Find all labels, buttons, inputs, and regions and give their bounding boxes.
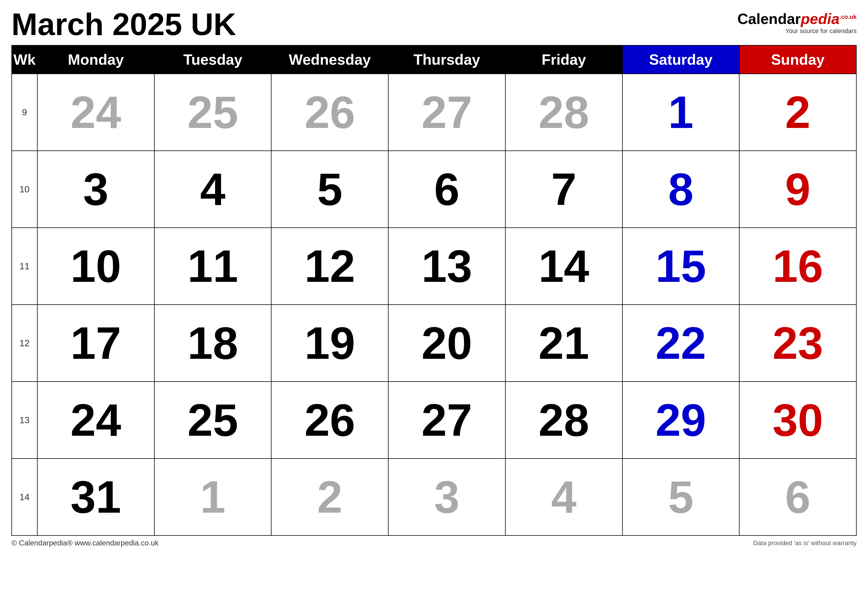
- page-footer: © Calendarpedia® www.calendarpedia.co.uk…: [11, 539, 857, 547]
- page-title: March 2025 UK: [11, 9, 236, 40]
- calendar-day[interactable]: 24: [37, 74, 154, 151]
- calendar-day[interactable]: 25: [154, 74, 271, 151]
- logo-calendar: Calendar: [738, 11, 801, 27]
- calendar-day[interactable]: 28: [505, 382, 622, 458]
- calendar-day[interactable]: 9: [739, 151, 856, 228]
- calendar-day[interactable]: 30: [739, 382, 856, 458]
- calendar-day[interactable]: 24: [37, 382, 154, 458]
- logo-domain: .co.uk: [840, 11, 857, 27]
- calendar-day[interactable]: 8: [622, 151, 739, 228]
- calendar-day[interactable]: 27: [388, 74, 505, 151]
- calendar-day[interactable]: 5: [271, 151, 388, 228]
- calendar-day[interactable]: 6: [388, 151, 505, 228]
- week-number: 13: [12, 382, 37, 458]
- calendar-day[interactable]: 4: [505, 458, 622, 536]
- col-header-friday: Friday: [505, 45, 622, 74]
- week-number: 10: [12, 151, 37, 228]
- logo-text: Calendarpedia.co.uk: [738, 11, 857, 26]
- calendar-day[interactable]: 2: [271, 458, 388, 536]
- calendar-day[interactable]: 5: [622, 458, 739, 536]
- calendar-day[interactable]: 10: [37, 228, 154, 304]
- week-number: 9: [12, 74, 37, 151]
- calendar-day[interactable]: 27: [388, 382, 505, 458]
- calendar-day[interactable]: 31: [37, 458, 154, 536]
- col-header-monday: Monday: [37, 45, 154, 74]
- calendar-day[interactable]: 6: [739, 458, 856, 536]
- calendar-day[interactable]: 13: [388, 228, 505, 304]
- col-header-wednesday: Wednesday: [271, 45, 388, 74]
- footer-disclaimer: Data provided 'as is' without warranty: [753, 539, 857, 547]
- calendar-week-row: 9242526272812: [12, 74, 856, 151]
- calendar-week-row: 1324252627282930: [12, 382, 856, 458]
- calendar-day[interactable]: 25: [154, 382, 271, 458]
- footer-copyright: © Calendarpedia® www.calendarpedia.co.uk: [11, 539, 159, 547]
- calendar-day[interactable]: 16: [739, 228, 856, 304]
- col-header-wk: Wk: [12, 45, 37, 74]
- calendar-week-row: 1217181920212223: [12, 304, 856, 382]
- calendar-day[interactable]: 14: [505, 228, 622, 304]
- col-header-tuesday: Tuesday: [154, 45, 271, 74]
- calendar-week-row: 1110111213141516: [12, 228, 856, 304]
- calendar-day[interactable]: 3: [37, 151, 154, 228]
- calendar-day[interactable]: 23: [739, 304, 856, 382]
- calendar-table: Wk Monday Tuesday Wednesday Thursday Fri…: [11, 45, 857, 536]
- col-header-thursday: Thursday: [388, 45, 505, 74]
- calendar-day[interactable]: 28: [505, 74, 622, 151]
- calendar-day[interactable]: 12: [271, 228, 388, 304]
- calendar-day[interactable]: 29: [622, 382, 739, 458]
- page-header: March 2025 UK Calendarpedia.co.uk Your s…: [11, 9, 857, 40]
- calendar-day[interactable]: 18: [154, 304, 271, 382]
- col-header-saturday: Saturday: [622, 45, 739, 74]
- week-number: 12: [12, 304, 37, 382]
- calendar-day[interactable]: 26: [271, 382, 388, 458]
- col-header-sunday: Sunday: [739, 45, 856, 74]
- logo-subtitle: Your source for calendars: [785, 27, 857, 35]
- logo-area: Calendarpedia.co.uk Your source for cale…: [738, 9, 857, 35]
- calendar-day[interactable]: 19: [271, 304, 388, 382]
- calendar-day[interactable]: 11: [154, 228, 271, 304]
- calendar-day[interactable]: 20: [388, 304, 505, 382]
- logo-pedia: pedia: [801, 11, 840, 27]
- calendar-day[interactable]: 1: [622, 74, 739, 151]
- calendar-day[interactable]: 7: [505, 151, 622, 228]
- calendar-day[interactable]: 15: [622, 228, 739, 304]
- calendar-day[interactable]: 1: [154, 458, 271, 536]
- calendar-header-row: Wk Monday Tuesday Wednesday Thursday Fri…: [12, 45, 856, 74]
- calendar-day[interactable]: 26: [271, 74, 388, 151]
- calendar-day[interactable]: 21: [505, 304, 622, 382]
- calendar-day[interactable]: 22: [622, 304, 739, 382]
- calendar-day[interactable]: 2: [739, 74, 856, 151]
- calendar-week-row: 1431123456: [12, 458, 856, 536]
- calendar-day[interactable]: 4: [154, 151, 271, 228]
- week-number: 11: [12, 228, 37, 304]
- week-number: 14: [12, 458, 37, 536]
- calendar-day[interactable]: 3: [388, 458, 505, 536]
- calendar-day[interactable]: 17: [37, 304, 154, 382]
- calendar-week-row: 103456789: [12, 151, 856, 228]
